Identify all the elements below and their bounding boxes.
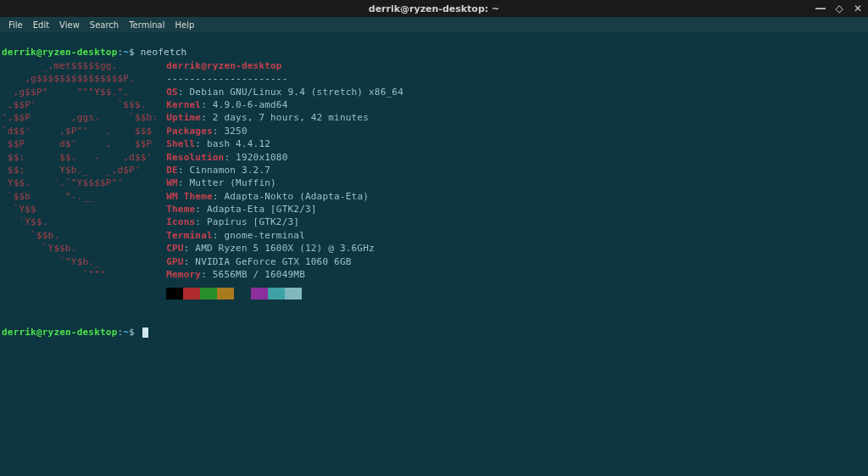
prompt-userhost-2: derrik@ryzen-desktop [2,327,117,338]
info-line: DE: Cinnamon 3.2.7 [166,165,270,176]
menu-terminal[interactable]: Terminal [124,19,170,31]
menu-bar: File Edit View Search Terminal Help [0,17,868,32]
info-line: Resolution: 1920x1080 [166,152,287,163]
window-title: derrik@ryzen-desktop: ~ [369,3,499,14]
menu-view[interactable]: View [54,19,85,31]
info-line: WM Theme: Adapta-Nokto (Adapta-Eta) [166,191,369,202]
info-key: GPU [166,256,183,267]
maximize-icon[interactable]: ◇ [834,3,844,14]
info-line: GPU: NVIDIA GeForce GTX 1060 6GB [166,256,351,267]
info-key: Packages [166,126,213,137]
info-key: Theme [166,204,195,215]
info-key: Icons [166,216,195,227]
info-key: Memory [166,269,201,280]
color-swatch [285,288,302,300]
info-key: Terminal [166,230,213,241]
color-swatch [183,288,200,300]
info-key: CPU [166,243,183,254]
color-swatch [166,288,183,300]
info-title: derrik@ryzen-desktop [166,60,281,71]
distro-ascii-art: _,met$$$$$gg. ,g$$$$$$$$$$$$$$$P. ,g$$P"… [2,59,158,282]
menu-edit[interactable]: Edit [28,19,54,31]
neofetch-info: derrik@ryzen-desktop -------------------… [166,59,403,300]
info-key: OS [166,87,178,98]
info-key: Resolution [166,152,224,163]
menu-help[interactable]: Help [170,19,199,31]
info-line: Uptime: 2 days, 7 hours, 42 minutes [166,112,369,123]
typed-command: neofetch [141,47,187,58]
close-icon[interactable]: ✕ [853,3,863,14]
info-line: Memory: 5656MB / 16049MB [166,269,305,280]
info-key: WM Theme [166,191,213,202]
info-line: OS: Debian GNU/Linux 9.4 (stretch) x86_6… [166,87,403,98]
menu-file[interactable]: File [3,19,28,31]
info-line: Theme: Adapta-Eta [GTK2/3] [166,204,316,215]
menu-search[interactable]: Search [85,19,124,31]
info-line: Terminal: gnome-terminal [166,230,305,241]
prompt-userhost: derrik@ryzen-desktop [2,47,117,58]
prompt-dollar: $ [129,47,135,58]
text-cursor [142,328,148,338]
prompt-dollar-2: $ [129,327,135,338]
info-key: Uptime [166,112,201,123]
color-swatch [200,288,217,300]
info-key: DE [166,165,178,176]
color-swatch [217,288,234,300]
info-line: Packages: 3250 [166,126,248,137]
window-titlebar: derrik@ryzen-desktop: ~ ― ◇ ✕ [0,0,868,17]
terminal-body[interactable]: derrik@ryzen-desktop:~$ neofetch _,met$$… [0,32,868,340]
info-line: Icons: Papirus [GTK2/3] [166,216,299,227]
color-swatch [268,288,285,300]
info-line: Shell: bash 4.4.12 [166,138,270,149]
info-key: Shell [166,138,195,149]
window-controls: ― ◇ ✕ [815,3,863,14]
color-swatch [234,288,251,300]
info-line: Kernel: 4.9.0-6-amd64 [166,99,287,110]
info-key: WM [166,177,178,188]
info-line: WM: Mutter (Muffin) [166,177,276,188]
info-line: CPU: AMD Ryzen 5 1600X (12) @ 3.6GHz [166,243,375,254]
color-swatch [251,288,268,300]
info-dashes: --------------------- [166,73,287,84]
minimize-icon[interactable]: ― [815,3,826,14]
info-key: Kernel [166,99,201,110]
color-swatches [166,288,403,300]
